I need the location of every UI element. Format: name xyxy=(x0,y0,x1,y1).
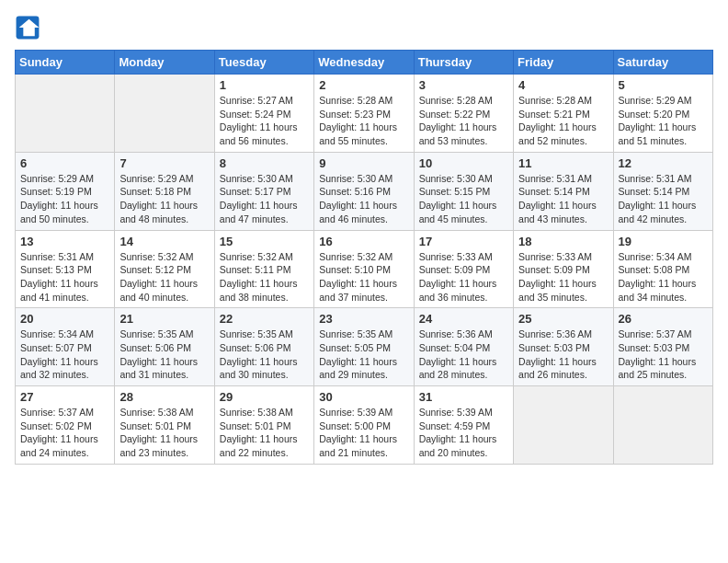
cell-content: Sunrise: 5:32 AMSunset: 5:11 PMDaylight:… xyxy=(220,250,309,304)
day-number: 21 xyxy=(119,312,209,326)
day-number: 3 xyxy=(419,78,508,92)
calendar-cell xyxy=(613,386,712,465)
calendar-week-2: 6Sunrise: 5:29 AMSunset: 5:19 PMDaylight… xyxy=(16,152,713,230)
calendar-cell: 8Sunrise: 5:30 AMSunset: 5:17 PMDaylight… xyxy=(214,152,313,230)
cell-content: Sunrise: 5:27 AMSunset: 5:24 PMDaylight:… xyxy=(220,94,309,148)
calendar-table: SundayMondayTuesdayWednesdayThursdayFrid… xyxy=(15,50,713,465)
cell-content: Sunrise: 5:37 AMSunset: 5:02 PMDaylight:… xyxy=(20,406,109,460)
cell-content: Sunrise: 5:28 AMSunset: 5:22 PMDaylight:… xyxy=(419,94,508,148)
cell-content: Sunrise: 5:34 AMSunset: 5:07 PMDaylight:… xyxy=(20,327,109,382)
calendar-cell: 26Sunrise: 5:37 AMSunset: 5:03 PMDayligh… xyxy=(613,308,712,386)
calendar-cell: 13Sunrise: 5:31 AMSunset: 5:13 PMDayligh… xyxy=(16,230,115,308)
day-number: 10 xyxy=(419,156,508,170)
day-number: 8 xyxy=(220,156,309,170)
calendar-cell: 5Sunrise: 5:29 AMSunset: 5:20 PMDaylight… xyxy=(613,75,712,153)
calendar-week-3: 13Sunrise: 5:31 AMSunset: 5:13 PMDayligh… xyxy=(16,230,713,308)
calendar-cell: 30Sunrise: 5:39 AMSunset: 5:00 PMDayligh… xyxy=(314,386,414,465)
calendar-week-4: 20Sunrise: 5:34 AMSunset: 5:07 PMDayligh… xyxy=(16,308,713,386)
day-number: 14 xyxy=(119,235,209,248)
day-number: 4 xyxy=(518,78,608,92)
cell-content: Sunrise: 5:30 AMSunset: 5:15 PMDaylight:… xyxy=(419,172,508,226)
calendar-cell: 18Sunrise: 5:33 AMSunset: 5:09 PMDayligh… xyxy=(514,230,613,308)
cell-content: Sunrise: 5:36 AMSunset: 5:04 PMDaylight:… xyxy=(419,327,508,382)
day-number: 30 xyxy=(319,390,408,404)
calendar-cell: 14Sunrise: 5:32 AMSunset: 5:12 PMDayligh… xyxy=(115,230,214,308)
day-number: 11 xyxy=(518,156,608,170)
day-header-monday: Monday xyxy=(115,51,214,75)
calendar-cell: 23Sunrise: 5:35 AMSunset: 5:05 PMDayligh… xyxy=(314,308,414,386)
calendar-cell: 11Sunrise: 5:31 AMSunset: 5:14 PMDayligh… xyxy=(514,152,613,230)
cell-content: Sunrise: 5:37 AMSunset: 5:03 PMDaylight:… xyxy=(619,327,708,382)
cell-content: Sunrise: 5:28 AMSunset: 5:23 PMDaylight:… xyxy=(319,94,408,148)
day-number: 2 xyxy=(319,78,408,92)
calendar-cell: 9Sunrise: 5:30 AMSunset: 5:16 PMDaylight… xyxy=(314,152,414,230)
day-number: 29 xyxy=(220,390,309,404)
day-number: 23 xyxy=(319,312,408,326)
day-number: 25 xyxy=(518,312,608,326)
calendar-cell: 7Sunrise: 5:29 AMSunset: 5:18 PMDaylight… xyxy=(115,152,214,230)
calendar-cell: 15Sunrise: 5:32 AMSunset: 5:11 PMDayligh… xyxy=(214,230,313,308)
day-number: 28 xyxy=(119,390,209,404)
calendar-cell: 22Sunrise: 5:35 AMSunset: 5:06 PMDayligh… xyxy=(214,308,313,386)
day-header-saturday: Saturday xyxy=(613,51,712,75)
cell-content: Sunrise: 5:28 AMSunset: 5:21 PMDaylight:… xyxy=(518,94,608,148)
cell-content: Sunrise: 5:32 AMSunset: 5:12 PMDaylight:… xyxy=(119,250,209,304)
cell-content: Sunrise: 5:29 AMSunset: 5:19 PMDaylight:… xyxy=(20,172,109,226)
cell-content: Sunrise: 5:29 AMSunset: 5:18 PMDaylight:… xyxy=(119,172,209,226)
calendar-cell: 29Sunrise: 5:38 AMSunset: 5:01 PMDayligh… xyxy=(214,386,313,465)
logo xyxy=(15,15,44,40)
day-number: 15 xyxy=(220,235,309,248)
day-header-wednesday: Wednesday xyxy=(314,51,414,75)
calendar-cell: 6Sunrise: 5:29 AMSunset: 5:19 PMDaylight… xyxy=(16,152,115,230)
cell-content: Sunrise: 5:38 AMSunset: 5:01 PMDaylight:… xyxy=(220,406,309,460)
cell-content: Sunrise: 5:31 AMSunset: 5:14 PMDaylight:… xyxy=(619,172,708,226)
calendar-cell xyxy=(514,386,613,465)
calendar-cell: 16Sunrise: 5:32 AMSunset: 5:10 PMDayligh… xyxy=(314,230,414,308)
calendar-cell: 12Sunrise: 5:31 AMSunset: 5:14 PMDayligh… xyxy=(613,152,712,230)
cell-content: Sunrise: 5:33 AMSunset: 5:09 PMDaylight:… xyxy=(419,250,508,304)
cell-content: Sunrise: 5:39 AMSunset: 5:00 PMDaylight:… xyxy=(319,406,408,460)
page-header xyxy=(15,15,713,40)
calendar-cell: 20Sunrise: 5:34 AMSunset: 5:07 PMDayligh… xyxy=(16,308,115,386)
day-number: 17 xyxy=(419,235,508,248)
cell-content: Sunrise: 5:38 AMSunset: 5:01 PMDaylight:… xyxy=(119,406,209,460)
calendar-cell: 25Sunrise: 5:36 AMSunset: 5:03 PMDayligh… xyxy=(514,308,613,386)
calendar-week-5: 27Sunrise: 5:37 AMSunset: 5:02 PMDayligh… xyxy=(16,386,713,465)
day-number: 26 xyxy=(619,312,708,326)
cell-content: Sunrise: 5:31 AMSunset: 5:13 PMDaylight:… xyxy=(20,250,109,304)
calendar-cell: 17Sunrise: 5:33 AMSunset: 5:09 PMDayligh… xyxy=(414,230,513,308)
cell-content: Sunrise: 5:35 AMSunset: 5:05 PMDaylight:… xyxy=(319,327,408,382)
day-number: 27 xyxy=(20,390,109,404)
calendar-cell: 3Sunrise: 5:28 AMSunset: 5:22 PMDaylight… xyxy=(414,75,513,153)
cell-content: Sunrise: 5:35 AMSunset: 5:06 PMDaylight:… xyxy=(220,327,309,382)
calendar-cell: 1Sunrise: 5:27 AMSunset: 5:24 PMDaylight… xyxy=(214,75,313,153)
day-number: 1 xyxy=(220,78,309,92)
day-number: 16 xyxy=(319,235,408,248)
cell-content: Sunrise: 5:33 AMSunset: 5:09 PMDaylight:… xyxy=(518,250,608,304)
calendar-cell: 19Sunrise: 5:34 AMSunset: 5:08 PMDayligh… xyxy=(613,230,712,308)
day-number: 19 xyxy=(619,235,708,248)
cell-content: Sunrise: 5:29 AMSunset: 5:20 PMDaylight:… xyxy=(619,94,708,148)
cell-content: Sunrise: 5:31 AMSunset: 5:14 PMDaylight:… xyxy=(518,172,608,226)
day-number: 7 xyxy=(119,156,209,170)
calendar-cell: 27Sunrise: 5:37 AMSunset: 5:02 PMDayligh… xyxy=(16,386,115,465)
day-number: 20 xyxy=(20,312,109,326)
day-number: 31 xyxy=(419,390,508,404)
day-number: 9 xyxy=(319,156,408,170)
day-number: 22 xyxy=(220,312,309,326)
calendar-cell: 24Sunrise: 5:36 AMSunset: 5:04 PMDayligh… xyxy=(414,308,513,386)
day-header-tuesday: Tuesday xyxy=(214,51,313,75)
day-header-sunday: Sunday xyxy=(16,51,115,75)
cell-content: Sunrise: 5:30 AMSunset: 5:17 PMDaylight:… xyxy=(220,172,309,226)
calendar-cell: 2Sunrise: 5:28 AMSunset: 5:23 PMDaylight… xyxy=(314,75,414,153)
calendar-week-1: 1Sunrise: 5:27 AMSunset: 5:24 PMDaylight… xyxy=(16,75,713,153)
day-header-friday: Friday xyxy=(514,51,613,75)
cell-content: Sunrise: 5:39 AMSunset: 4:59 PMDaylight:… xyxy=(419,406,508,460)
day-number: 13 xyxy=(20,235,109,248)
calendar-cell: 21Sunrise: 5:35 AMSunset: 5:06 PMDayligh… xyxy=(115,308,214,386)
cell-content: Sunrise: 5:34 AMSunset: 5:08 PMDaylight:… xyxy=(619,250,708,304)
cell-content: Sunrise: 5:32 AMSunset: 5:10 PMDaylight:… xyxy=(319,250,408,304)
cell-content: Sunrise: 5:36 AMSunset: 5:03 PMDaylight:… xyxy=(518,327,608,382)
cell-content: Sunrise: 5:35 AMSunset: 5:06 PMDaylight:… xyxy=(119,327,209,382)
day-number: 6 xyxy=(20,156,109,170)
